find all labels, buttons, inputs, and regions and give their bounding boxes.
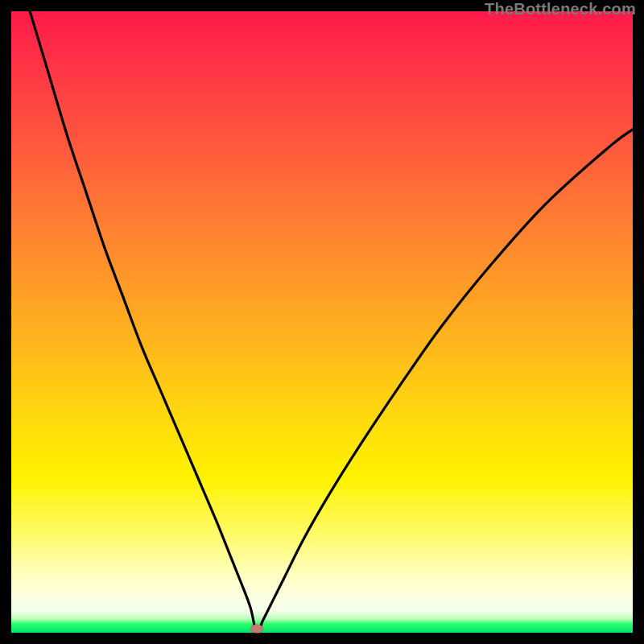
optimal-point-marker	[250, 624, 263, 633]
bottleneck-curve	[11, 11, 633, 633]
chart-frame: TheBottleneck.com	[0, 0, 644, 644]
watermark-text: TheBottleneck.com	[485, 0, 636, 19]
plot-area	[11, 11, 633, 633]
